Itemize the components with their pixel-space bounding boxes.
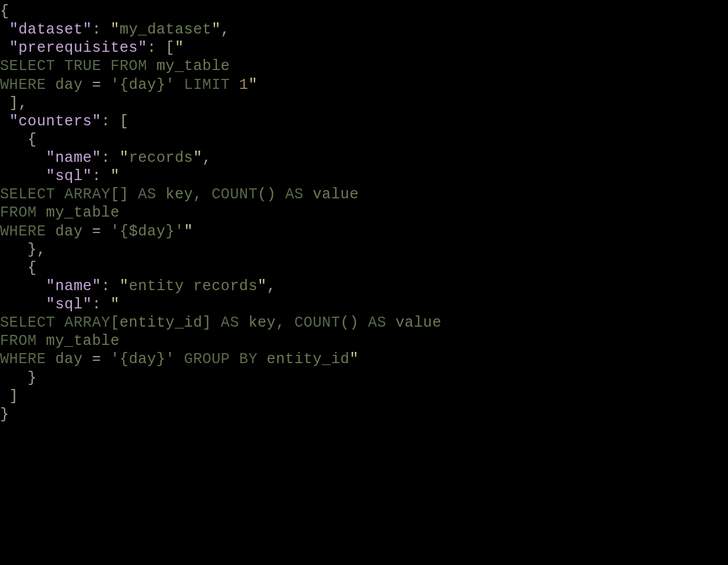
sql-text: '{day}' — [101, 77, 184, 94]
sql-text: my_table — [37, 333, 120, 350]
sql-text: () — [340, 314, 368, 331]
bracket-open: [ — [166, 39, 175, 56]
sql-text: () — [257, 186, 285, 203]
sql-keyword: FROM — [0, 204, 37, 221]
quote: " — [249, 77, 258, 94]
brace-close: } — [0, 370, 37, 387]
sql-text: [entity_id] — [110, 314, 220, 331]
quote: " — [349, 351, 359, 368]
number-literal: 1 — [239, 77, 249, 94]
bracket-close: ] — [0, 388, 18, 405]
sql-text: day — [46, 77, 92, 94]
quote: " — [257, 278, 267, 295]
sql-keyword: AS — [285, 186, 303, 203]
colon: : — [101, 113, 120, 130]
bracket-open: [ — [120, 113, 129, 130]
key-counters: "counters" — [9, 113, 101, 130]
indent — [0, 113, 9, 130]
sql-keyword: COUNT — [294, 314, 340, 331]
colon: : — [92, 21, 110, 38]
value-name: records — [129, 149, 193, 167]
key-prerequisites: "prerequisites" — [9, 39, 147, 56]
equals: = — [92, 223, 101, 240]
quote: " — [184, 223, 193, 240]
sql-keyword: SELECT TRUE FROM — [0, 58, 147, 75]
indent — [0, 39, 9, 56]
sql-text: entity_id — [257, 351, 349, 368]
sql-text: day — [46, 223, 92, 240]
colon: : — [147, 39, 166, 56]
colon: : — [92, 296, 110, 313]
bracket-close: ], — [0, 95, 28, 112]
key-sql: "sql" — [46, 296, 92, 313]
sql-keyword: WHERE — [0, 223, 46, 240]
equals: = — [92, 77, 101, 94]
key-sql: "sql" — [46, 168, 92, 185]
key-dataset: "dataset" — [9, 21, 92, 38]
sql-text: value — [303, 186, 359, 203]
sql-text: my_table — [37, 204, 120, 221]
comma: , — [221, 21, 230, 38]
sql-keyword: FROM — [0, 333, 37, 350]
json-config-code-block: { "dataset": "my_dataset", "prerequisite… — [0, 0, 728, 424]
sql-keyword: SELECT ARRAY — [0, 186, 110, 203]
indent — [0, 296, 46, 313]
sql-keyword: AS — [368, 314, 386, 331]
brace-open: { — [0, 131, 37, 148]
key-name: "name" — [46, 278, 101, 295]
sql-keyword: WHERE — [0, 351, 46, 368]
sql-text: key, — [239, 314, 294, 331]
value-dataset: my_dataset — [120, 21, 211, 38]
sql-text: [] — [110, 186, 138, 203]
sql-keyword: COUNT — [211, 186, 257, 203]
colon: : — [92, 168, 110, 185]
equals: = — [92, 351, 101, 368]
colon: : — [101, 278, 120, 295]
sql-keyword: LIMIT — [184, 77, 230, 94]
comma: , — [203, 149, 212, 167]
sql-keyword: AS — [138, 186, 156, 203]
quote: " — [110, 168, 120, 185]
indent — [0, 149, 46, 167]
quote: " — [110, 21, 120, 38]
sql-keyword: GROUP BY — [184, 351, 257, 368]
sql-text: day — [46, 351, 92, 368]
sql-keyword: AS — [221, 314, 239, 331]
sql-keyword: WHERE — [0, 77, 46, 94]
value-name: entity records — [129, 278, 258, 295]
quote: " — [193, 149, 203, 167]
sql-text: '{day}' — [101, 351, 184, 368]
quote: " — [175, 39, 184, 56]
key-name: "name" — [46, 149, 101, 167]
indent — [0, 278, 46, 295]
colon: : — [101, 149, 120, 167]
quote: " — [211, 21, 221, 38]
brace-open: { — [0, 260, 37, 277]
indent — [0, 21, 9, 38]
quote: " — [120, 278, 129, 295]
sql-text: value — [386, 314, 442, 331]
brace-close: }, — [0, 241, 46, 258]
sql-text: my_table — [147, 58, 230, 75]
brace-close: } — [0, 406, 9, 423]
sql-text: key, — [156, 186, 211, 203]
sql-keyword: SELECT ARRAY — [0, 314, 110, 331]
sql-text: '{$day}' — [101, 223, 184, 240]
quote: " — [110, 296, 120, 313]
space — [230, 77, 239, 94]
quote: " — [120, 149, 129, 167]
indent — [0, 168, 46, 185]
comma: , — [267, 278, 276, 295]
brace-open: { — [0, 3, 9, 20]
